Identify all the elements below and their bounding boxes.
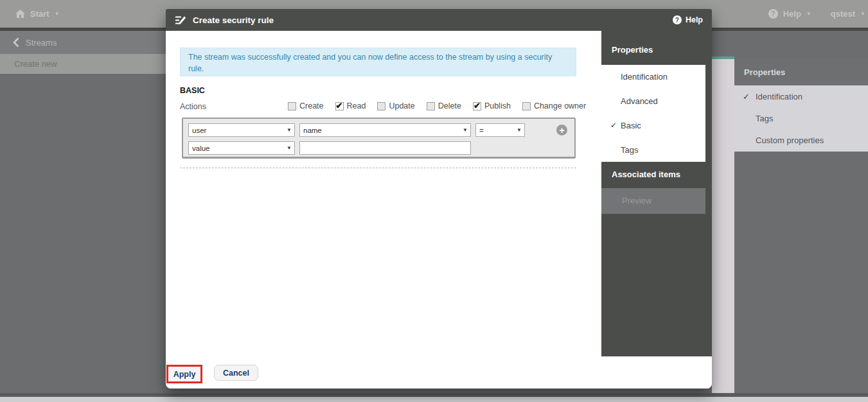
bg-nav-item-identification[interactable]: ✓ Identification [734,85,868,107]
bg-nav-label: Tags [756,114,773,123]
user-menu[interactable]: qstest [831,9,855,19]
checkbox-label: Update [389,101,414,110]
delete-checkbox[interactable] [427,102,435,110]
read-checkbox[interactable] [335,102,344,110]
start-menu[interactable]: Start ▼ [15,0,60,28]
field-select[interactable]: name [300,125,470,137]
basic-section-title: BASIC [180,86,205,95]
checkmark-icon: ✓ [610,121,621,130]
sidebar-item-create-new[interactable]: Create new [0,54,166,74]
associated-items-header: Associated items [612,170,680,179]
action-checkbox-read[interactable]: Read [335,101,366,110]
qmc-page: Start ▼ ? Help ▼ qstest ▼ Streams Create… [0,0,868,402]
checkmark-icon: ✓ [743,92,756,101]
dialog-body: The stream was successfully created and … [166,31,712,389]
action-checkbox-create[interactable]: Create [288,101,324,110]
chevron-down-icon: ▼ [55,12,60,17]
dialog-help-label: Help [686,15,703,24]
bg-nav-item-custom-properties[interactable]: ✓ Custom properties [734,130,868,152]
checkbox-label: Create [299,101,324,110]
update-checkbox[interactable] [377,102,385,110]
start-label: Start [30,9,49,19]
value-type-select[interactable]: value [189,143,294,155]
nav-item-advanced[interactable]: ✓ Advanced [601,89,705,114]
nav-item-label: Advanced [621,96,658,106]
nav-item-tags[interactable]: ✓ Tags [601,137,705,162]
rule-builder: user ▼ name ▼ = ▼ [182,118,576,159]
action-checkbox-delete[interactable]: Delete [427,101,461,110]
bg-properties-header: Properties [734,59,868,85]
bg-nav-label: Custom properties [756,135,824,145]
chevron-down-icon[interactable]: ▼ [806,12,811,17]
cancel-button[interactable]: Cancel [214,365,258,381]
create-checkbox[interactable] [288,102,296,110]
nav-item-label: Identification [621,72,668,82]
create-security-rule-dialog: Create security rule ? Help The stream w… [166,9,712,389]
actions-label: Actions [180,102,206,111]
rule-builder-row-2: value ▼ [188,141,471,155]
checkbox-label: Delete [438,101,461,110]
security-rule-icon [175,15,187,25]
section-divider [180,168,576,168]
change-owner-checkbox[interactable] [522,102,531,110]
streams-label: Streams [26,38,57,48]
actions-checkbox-row: Create Read Update Delete Publish [288,100,586,112]
success-message: The stream was successfully created and … [180,48,576,76]
topbar-help-menu[interactable]: Help [783,9,801,19]
checkbox-label: Change owner [534,101,586,110]
chevron-down-icon[interactable]: ▼ [860,12,865,17]
create-new-label: Create new [14,59,57,69]
bg-nav-label: Identification [756,92,802,101]
value-input[interactable] [299,141,471,155]
help-icon: ? [673,15,682,24]
apply-button-highlight: Apply [166,365,202,383]
page-bottom-strip [0,397,868,402]
checkbox-label: Read [347,101,366,110]
subject-select[interactable]: user [189,125,294,137]
topbar-right: ? Help ▼ qstest ▼ [768,0,865,28]
add-condition-button[interactable]: + [556,125,567,135]
action-checkbox-update[interactable]: Update [377,101,414,110]
sidebar-back-streams[interactable]: Streams [0,31,166,54]
home-icon [15,10,25,18]
nav-item-preview-disabled[interactable]: Preview [601,188,705,214]
rule-builder-row-1: user ▼ name ▼ = ▼ [188,123,525,137]
nav-item-label: Basic [621,121,641,130]
dialog-help-button[interactable]: ? Help [673,15,703,24]
apply-button[interactable]: Apply [168,367,200,381]
nav-item-identification[interactable]: ✓ Identification [601,65,705,89]
properties-nav: ✓ Identification ✓ Advanced ✓ Basic ✓ Ta… [601,65,705,162]
content-column-edge [712,59,734,397]
checkbox-label: Publish [484,101,511,110]
dialog-title: Create security rule [193,15,274,25]
nav-item-label: Tags [621,145,638,155]
bg-properties-nav: ✓ Identification ✓ Tags ✓ Custom propert… [734,85,868,152]
nav-item-basic[interactable]: ✓ Basic [601,114,705,138]
help-icon: ? [768,9,778,19]
action-checkbox-change-owner[interactable]: Change owner [522,101,586,110]
dialog-nav-panel: Properties ✓ Identification ✓ Advanced ✓… [601,31,712,356]
operator-select[interactable]: = [476,125,524,137]
dialog-header: Create security rule ? Help [166,9,712,31]
chevron-left-icon [13,37,19,48]
publish-checkbox[interactable] [473,102,481,110]
properties-header: Properties [612,45,653,55]
action-checkbox-publish[interactable]: Publish [473,101,511,110]
bg-nav-item-tags[interactable]: ✓ Tags [734,107,868,129]
